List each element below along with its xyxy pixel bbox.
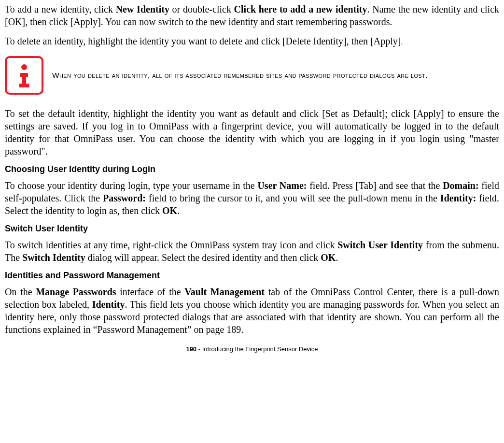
- paragraph-set-default: To set the default identity, highlight t…: [5, 107, 499, 157]
- info-note-text: When you delete an identity, all of its …: [52, 70, 428, 81]
- footer-separator: -: [196, 345, 202, 353]
- page-number: 190: [186, 345, 196, 353]
- paragraph-choosing-identity: To choose your identity during login, ty…: [5, 179, 499, 217]
- bold-user-name: User Name:: [257, 180, 307, 191]
- svg-rect-2: [22, 73, 26, 85]
- paragraph-password-management: On the Manage Passwords interface of the…: [5, 286, 499, 336]
- text: On the: [5, 286, 36, 297]
- page-footer: 190 - Introducing the Fingerprint Sensor…: [5, 345, 499, 353]
- bold-identity: Identity:: [440, 193, 476, 203]
- text: or double-click: [169, 4, 234, 14]
- text: dialog will appear. Select the desired i…: [85, 252, 321, 263]
- bold-identity-label: Identity: [92, 299, 125, 310]
- bold-new-identity: New Identity: [116, 4, 169, 14]
- bold-ok: OK: [321, 252, 336, 263]
- text: .: [177, 205, 180, 216]
- heading-switch-identity: Switch User Identity: [5, 224, 499, 234]
- bold-ok: OK: [162, 205, 177, 216]
- svg-point-0: [21, 64, 27, 70]
- bold-switch-user-identity: Switch User Identity: [337, 240, 423, 250]
- text: To delete an identity, highlight the ide…: [5, 36, 401, 46]
- info-icon: [5, 56, 43, 95]
- info-note: When you delete an identity, all of its …: [5, 54, 499, 97]
- text: interface of the: [116, 286, 185, 297]
- text: .: [336, 252, 338, 263]
- footer-title: Introducing the Fingerprint Sensor Devic…: [202, 345, 318, 353]
- bold-password: Password:: [103, 193, 146, 203]
- document-page: To add a new identity, click New Identit…: [0, 0, 504, 362]
- bold-switch-identity: Switch Identity: [22, 252, 85, 263]
- text-small-period: .: [401, 38, 403, 46]
- text: To choose your identity during login, ty…: [5, 180, 257, 191]
- bold-vault-management: Vault Management: [184, 286, 265, 297]
- text: field. Press [Tab] and see that the: [307, 180, 443, 191]
- bold-domain: Domain:: [443, 180, 478, 191]
- text: To add a new identity, click: [5, 4, 116, 14]
- heading-password-management: Identities and Password Management: [5, 271, 499, 281]
- bold-manage-passwords: Manage Passwords: [36, 286, 116, 297]
- text: field to bring the cursor to it, and you…: [146, 193, 440, 203]
- bold-click-here: Click here to add a new identity: [234, 4, 367, 14]
- paragraph-delete-identity: To delete an identity, highlight the ide…: [5, 35, 499, 47]
- heading-choosing-identity: Choosing User Identity during Login: [5, 164, 499, 174]
- paragraph-add-identity: To add a new identity, click New Identit…: [5, 3, 499, 28]
- text: To switch identities at any time, right-…: [5, 240, 337, 250]
- svg-rect-3: [19, 84, 29, 87]
- paragraph-switch-identity: To switch identities at any time, right-…: [5, 239, 499, 264]
